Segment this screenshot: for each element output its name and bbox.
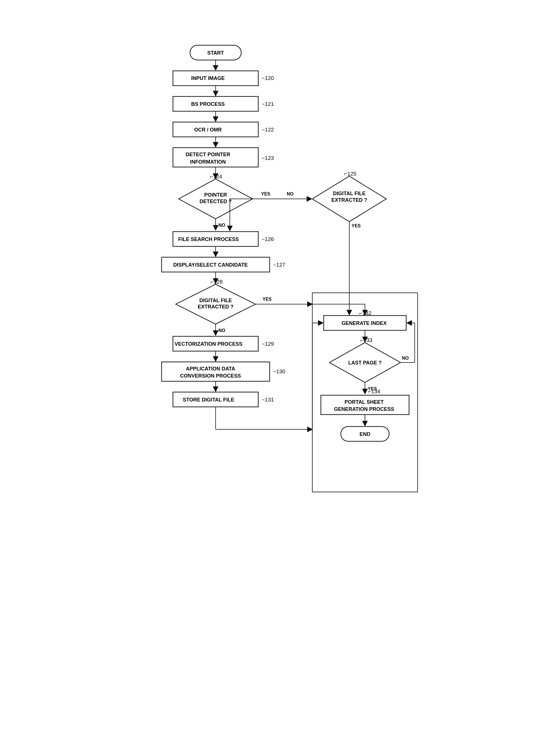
n131-ref: ~131 [262,397,274,403]
n126-ref: ~126 [262,236,274,242]
n128-label2: EXTRACTED ? [198,304,234,310]
n122-label: OCR / OMR [194,127,222,133]
n134-label1: PORTAL SHEET [344,399,383,405]
n131-label: STORE DIGITAL FILE [183,397,234,403]
no-label-133: NO [402,356,409,361]
n125-label2: EXTRACTED ? [331,197,367,203]
n128-ref: ⌐128 [210,279,223,285]
n124-label2: DETECTED ? [199,199,232,204]
n124-label1: POINTER [204,192,227,198]
no-label-124: NO [218,223,225,228]
n134-label2: GENERATION PROCESS [334,406,394,412]
n129-ref: ~129 [262,341,274,347]
n121-ref: ~121 [262,101,274,107]
end-label: END [360,431,370,437]
n125-label1: DIGITAL FILE [333,191,366,196]
n133-ref: ⌐133 [360,337,372,343]
n120-label: INPUT IMAGE [191,75,225,81]
n126-label: FILE SEARCH PROCESS [178,236,239,242]
n121-label: BS PROCESS [191,101,225,107]
n130-ref: ~130 [273,368,285,374]
n123-label1: DETECT POINTER [185,152,230,157]
yes-label-128: YES [263,297,272,302]
n130-label2: CONVERSION PROCESS [180,373,241,379]
n123-ref: ~123 [262,155,274,161]
n132-ref: ⌐132 [359,310,371,316]
n129-label: VECTORIZATION PROCESS [175,341,242,347]
n122-ref: ~122 [262,127,274,133]
yes-label-125: YES [352,223,361,228]
no-label-128: NO [218,328,225,333]
n127-label: DISPLAY/SELECT CANDIDATE [173,262,248,268]
n133-label: LAST PAGE ? [348,360,382,366]
n125-ref: ⌐125 [344,171,356,177]
n128-label1: DIGITAL FILE [199,298,232,303]
no-label-125: NO [287,191,294,196]
n120-ref: ~120 [262,75,274,81]
flowchart-diagram: text { font-family: Arial, sans-serif; f… [116,37,429,720]
n123-label2: INFORMATION [190,159,226,165]
n127-ref: ~127 [273,262,285,268]
n134-ref: ⌐134 [368,388,380,394]
start-label: START [207,50,224,56]
yes-label-124: YES [261,191,270,196]
n130-label1: APPLICATION DATA [186,366,235,372]
n124-ref: ⌐124 [210,174,222,180]
n132-label: GENERATE INDEX [342,320,387,326]
flowchart-svg: text { font-family: Arial, sans-serif; f… [133,37,446,748]
